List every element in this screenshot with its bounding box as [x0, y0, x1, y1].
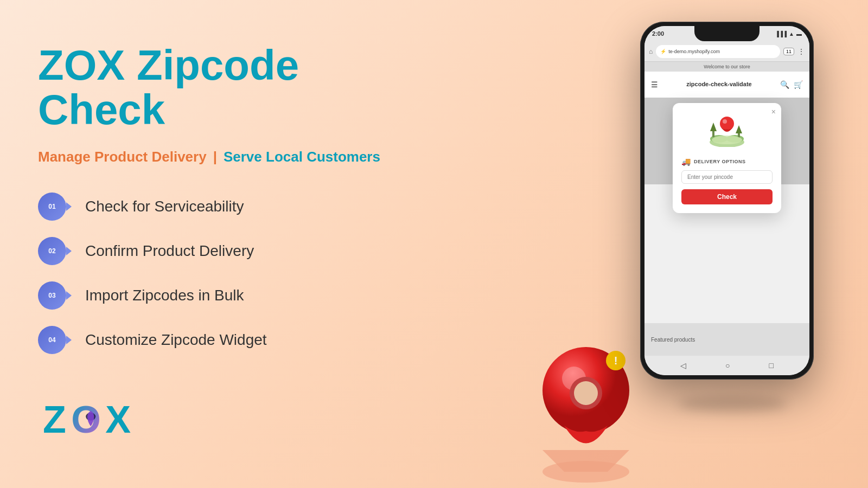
svg-point-9: [574, 381, 598, 405]
battery-icon: ▬: [796, 31, 802, 37]
feature-item-2: 02 Confirm Product Delivery: [38, 237, 407, 265]
modal-delivery-row: 🚚 DELIVERY OPTIONS: [681, 157, 773, 166]
phone-outer-shell: 2:00 ▐▐▐ ▲ ▬ ⌂ ⚡ te-demo.myshopify.com 1…: [640, 22, 814, 380]
delivery-modal: ×: [673, 103, 781, 213]
status-time: 2:00: [652, 30, 664, 37]
featured-products-section: Featured products: [644, 323, 809, 356]
back-button[interactable]: ◁: [680, 361, 686, 370]
store-nav: ☰ zipcode-check-validate 🔍 🛒: [644, 72, 809, 98]
svg-marker-16: [710, 123, 717, 131]
status-icons: ▐▐▐ ▲ ▬: [775, 31, 802, 37]
delivery-truck-icon: 🚚: [681, 157, 691, 166]
feature-text-4: Customize Zipcode Widget: [80, 331, 267, 349]
phone-screen: 2:00 ▐▐▐ ▲ ▬ ⌂ ⚡ te-demo.myshopify.com 1…: [644, 26, 809, 375]
wifi-icon: ▲: [789, 31, 794, 37]
feature-item-1: 01 Check for Serviceability: [38, 192, 407, 221]
store-title: zipcode-check-validate: [686, 81, 751, 88]
signal-icon: ▐▐▐: [775, 31, 787, 37]
home-button[interactable]: ○: [725, 361, 730, 370]
modal-map-graphic: [681, 112, 773, 152]
feature-badge-4: 04: [38, 326, 66, 354]
url-security-icon: ⚡: [660, 49, 666, 54]
store-nav-icons: 🔍 🛒: [780, 80, 803, 89]
feature-item-3: 03 Import Zipcodes in Bulk: [38, 281, 407, 310]
phone-mockup: 2:00 ▐▐▐ ▲ ▬ ⌂ ⚡ te-demo.myshopify.com 1…: [640, 22, 825, 401]
feature-text-1: Check for Serviceability: [80, 198, 244, 215]
feature-badge-2: 02: [38, 237, 66, 265]
svg-text:!: !: [614, 355, 618, 367]
feature-text-3: Import Zipcodes in Bulk: [80, 287, 244, 304]
check-button[interactable]: Check: [681, 189, 773, 204]
subtitle-divider: |: [213, 149, 217, 165]
browser-home-icon: ⌂: [649, 48, 653, 55]
svg-point-19: [712, 136, 742, 144]
zox-logo: Z O X: [38, 394, 136, 442]
subtitle-serve: Serve Local Customers: [224, 149, 380, 165]
svg-text:X: X: [105, 398, 131, 441]
left-panel: ZOX Zipcode Check Manage Product Deliver…: [38, 43, 407, 387]
modal-close-button[interactable]: ×: [771, 107, 776, 116]
phone-bottom-bar: ◁ ○ □: [644, 356, 809, 375]
cart-icon[interactable]: 🛒: [794, 80, 803, 89]
phone-browser-bar: ⌂ ⚡ te-demo.myshopify.com 11 ⋮: [644, 41, 809, 62]
pincode-input[interactable]: [681, 170, 773, 184]
feature-badge-1: 01: [38, 192, 66, 221]
location-pin-decoration: !: [532, 331, 640, 461]
feature-text-2: Confirm Product Delivery: [80, 242, 254, 260]
hamburger-icon[interactable]: ☰: [651, 80, 658, 89]
delivery-options-label: DELIVERY OPTIONS: [694, 159, 746, 164]
phone-shadow: [678, 396, 787, 412]
subtitle-manage: Manage Product Delivery: [38, 149, 207, 165]
phone-store-content: Welcome to our store ☰ zipcode-check-val…: [644, 62, 809, 356]
svg-text:Z: Z: [43, 398, 66, 441]
features-list: 01 Check for Serviceability 02 Confirm P…: [38, 192, 407, 354]
svg-rect-15: [712, 131, 714, 137]
svg-text:O: O: [71, 398, 101, 441]
main-title: ZOX Zipcode Check: [38, 43, 407, 132]
url-text: te-demo.myshopify.com: [668, 49, 720, 54]
store-welcome-bar: Welcome to our store: [644, 62, 809, 72]
feature-item-4: 04 Customize Zipcode Widget: [38, 326, 407, 354]
browser-menu-icon[interactable]: ⋮: [797, 47, 805, 56]
subtitle-row: Manage Product Delivery | Serve Local Cu…: [38, 149, 407, 165]
logo-container: Z O X: [38, 394, 136, 445]
feature-badge-3: 03: [38, 281, 66, 310]
store-hero-area: ×: [644, 98, 809, 184]
search-icon[interactable]: 🔍: [780, 80, 789, 89]
phone-url-bar[interactable]: ⚡ te-demo.myshopify.com: [656, 45, 780, 58]
phone-notch: [694, 26, 760, 41]
recents-button[interactable]: □: [769, 361, 774, 370]
location-pin-svg: !: [532, 331, 640, 483]
tab-count[interactable]: 11: [783, 48, 794, 55]
svg-marker-18: [736, 125, 742, 133]
featured-products-label: Featured products: [651, 337, 695, 343]
svg-point-21: [723, 119, 727, 124]
svg-point-20: [720, 117, 734, 131]
